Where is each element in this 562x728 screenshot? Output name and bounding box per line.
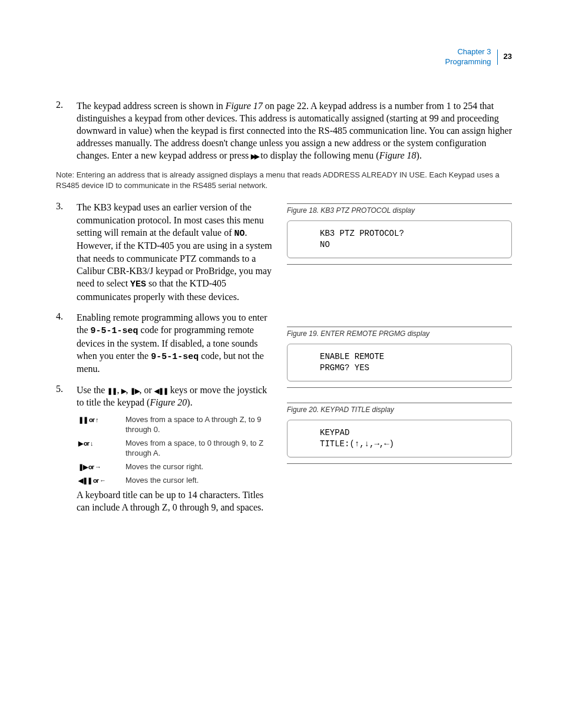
- table-row: ❚❚ or ↑ Moves from a space to A through …: [78, 414, 274, 435]
- list-number: 4.: [56, 311, 77, 322]
- display-line: PRGMG? YES: [320, 363, 503, 374]
- body-text: The keypad address screen is shown in: [77, 101, 226, 111]
- table-row: ◀❚❚ or ← Moves the cursor left.: [78, 475, 274, 486]
- list-number: 3.: [56, 201, 77, 212]
- figure-20: Figure 20. KEYPAD TITLE display KEYPAD T…: [287, 403, 512, 464]
- display-line: ENABLE REMOTE: [320, 351, 503, 363]
- display-line: KEYPAD: [320, 427, 503, 439]
- list-number: 5.: [56, 384, 77, 394]
- figure-18: Figure 18. KB3 PTZ PROTOCOL display KB3 …: [287, 203, 512, 265]
- key-symbol: ▶ or ↓: [78, 440, 93, 447]
- note-text: Entering an address that is already assi…: [56, 170, 500, 190]
- body-text: ).: [187, 397, 192, 407]
- mono-text: 9-5-1-seq: [151, 352, 199, 362]
- mono-text: YES: [130, 279, 146, 289]
- key-description: Moves the cursor right.: [125, 462, 274, 472]
- body-text: Use the: [77, 385, 107, 395]
- figure-caption: Figure 18. KB3 PTZ PROTOCOL display: [287, 203, 512, 215]
- key-symbol: ❚❚ or ↑: [78, 416, 98, 423]
- key-description: Moves the cursor left.: [125, 475, 274, 486]
- body-text: A keyboard title can be up to 14 charact…: [77, 489, 274, 513]
- table-row: ▶ or ↓ Moves from a space, to 0 through …: [78, 438, 274, 459]
- display-screen: KEYPAD TITLE:(↑,↓,→,←): [287, 420, 512, 457]
- list-number: 2.: [56, 100, 77, 110]
- step-forward-icon: ❚▶: [130, 387, 139, 394]
- page-header: Chapter 3 Programming 23: [56, 47, 512, 67]
- list-item-5: 5. Use the ❚❚, ▶, ❚▶, or ◀❚❚ keys or mov…: [56, 384, 274, 409]
- figure-caption: Figure 20. KEYPAD TITLE display: [287, 403, 512, 414]
- pause-icon: ❚❚: [107, 387, 117, 394]
- list-item-2: 2. The keypad address screen is shown in…: [56, 100, 512, 162]
- display-line: KB3 PTZ PROTOCOL?: [320, 228, 503, 239]
- figure-ref: Figure 20: [150, 397, 187, 407]
- key-description: Moves from a space, to 0 through 9, to Z…: [125, 438, 274, 459]
- display-screen: KB3 PTZ PROTOCOL? NO: [287, 220, 512, 258]
- note-block: Note: Entering an address that is alread…: [56, 170, 512, 190]
- chapter-label: Chapter 3: [457, 47, 491, 56]
- key-table: ❚❚ or ↑ Moves from a space to A through …: [78, 414, 274, 485]
- display-line: TITLE:(↑,↓,→,←): [320, 439, 503, 450]
- key-symbol: ◀❚❚ or ←: [78, 477, 105, 484]
- key-symbol: ❚▶ or →: [78, 463, 101, 470]
- list-item-4: 4. Enabling remote programming allows yo…: [56, 311, 274, 375]
- figure-ref: Figure 18: [379, 150, 416, 160]
- display-screen: ENABLE REMOTE PRGMG? YES: [287, 344, 512, 381]
- body-text: ).: [416, 150, 422, 160]
- body-text: to display the following menu (: [258, 150, 379, 160]
- display-line: NO: [320, 239, 503, 251]
- mono-text: NO: [234, 229, 244, 239]
- figure-caption: Figure 19. ENTER REMOTE PRGMG display: [287, 327, 512, 338]
- figure-19: Figure 19. ENTER REMOTE PRGMG display EN…: [287, 327, 512, 388]
- step-back-icon: ◀❚❚: [154, 387, 168, 394]
- list-item-5-tail: A keyboard title can be up to 14 charact…: [56, 489, 274, 513]
- note-label: Note:: [56, 170, 74, 179]
- table-row: ❚▶ or → Moves the cursor right.: [78, 462, 274, 472]
- list-item-3: 3. The KB3 keypad uses an earlier versio…: [56, 201, 274, 302]
- fast-forward-icon: ▶▶: [251, 153, 258, 160]
- key-description: Moves from a space to A through Z, to 9 …: [125, 414, 274, 435]
- page-number: 23: [504, 52, 512, 62]
- section-label: Programming: [445, 57, 491, 66]
- figure-ref: Figure 17: [226, 101, 263, 111]
- mono-text: 9-5-1-seq: [91, 326, 138, 336]
